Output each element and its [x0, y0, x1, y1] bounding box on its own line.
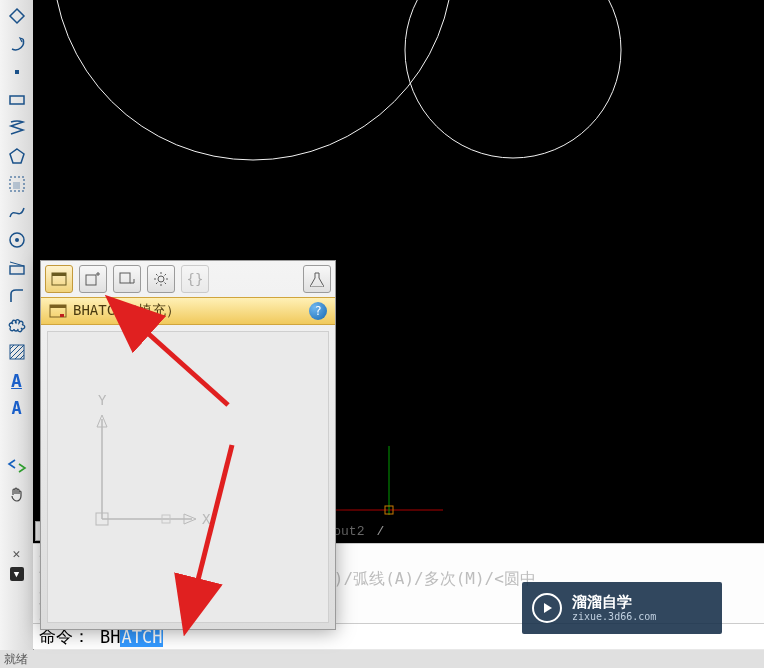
svg-rect-2: [10, 96, 24, 104]
autocomplete-item-label: BHATCH（填充）: [73, 302, 180, 320]
pentagon-tool-icon[interactable]: [5, 144, 29, 168]
watermark: 溜溜自学 zixue.3d66.com: [522, 582, 722, 634]
svg-rect-1: [15, 70, 19, 74]
axis-x-label: X: [202, 511, 211, 527]
pan-hand-icon[interactable]: [5, 482, 29, 506]
svg-marker-3: [10, 149, 24, 163]
svg-rect-22: [52, 273, 66, 276]
svg-line-35: [165, 274, 167, 276]
box-plus-icon[interactable]: [79, 265, 107, 293]
svg-rect-5: [13, 182, 20, 189]
gear-icon[interactable]: [147, 265, 175, 293]
watermark-url: zixue.3d66.com: [572, 611, 656, 623]
svg-line-34: [156, 283, 158, 285]
svg-point-17: [405, 0, 621, 158]
svg-marker-0: [10, 9, 24, 23]
popup-preview-area: Y X: [47, 331, 329, 623]
help-icon[interactable]: ?: [309, 302, 327, 320]
undo-arrows-icon[interactable]: [5, 454, 29, 478]
status-bar: 就绪: [0, 650, 764, 668]
svg-line-33: [165, 283, 167, 285]
box-l-icon[interactable]: [113, 265, 141, 293]
svg-rect-23: [86, 275, 96, 285]
polygon-tool-icon[interactable]: [5, 4, 29, 28]
text-a-icon[interactable]: A: [5, 396, 29, 420]
point-tool-icon[interactable]: [5, 60, 29, 84]
wipeout-tool-icon[interactable]: [5, 256, 29, 280]
close-panel-icon[interactable]: ✕: [10, 547, 24, 561]
panel-dropdown-icon[interactable]: ▼: [10, 567, 24, 581]
hatch-tool-icon[interactable]: [5, 340, 29, 364]
svg-line-14: [15, 350, 24, 359]
rectangle-tool-icon[interactable]: [5, 88, 29, 112]
helix-tool-icon[interactable]: [5, 116, 29, 140]
svg-point-7: [15, 238, 19, 242]
autocomplete-item-bhatch[interactable]: BHATCH（填充） ?: [41, 297, 335, 325]
status-text: 就绪: [4, 652, 28, 666]
axis-y-label: Y: [98, 392, 107, 408]
revision-cloud-icon[interactable]: [5, 312, 29, 336]
panel-controls: ✕ ▼: [0, 547, 33, 581]
dialog-icon[interactable]: [45, 265, 73, 293]
svg-line-12: [10, 345, 19, 354]
donut-tool-icon[interactable]: [5, 228, 29, 252]
svg-rect-37: [50, 305, 66, 308]
svg-line-15: [20, 355, 24, 359]
arc-tool-icon[interactable]: [5, 32, 29, 56]
svg-rect-38: [60, 314, 64, 317]
play-icon: [532, 593, 562, 623]
hatch-item-icon: [49, 304, 67, 318]
annotation-a-icon[interactable]: A: [5, 368, 29, 392]
svg-rect-8: [10, 266, 24, 274]
autocomplete-popup: {} BHATCH（填充） ? Y X: [40, 260, 336, 630]
boundary-tool-icon[interactable]: [5, 172, 29, 196]
fillet-tool-icon[interactable]: [5, 284, 29, 308]
popup-toolbar: {}: [41, 261, 335, 297]
watermark-title: 溜溜自学: [572, 594, 656, 611]
flask-icon[interactable]: [303, 265, 331, 293]
svg-line-32: [156, 274, 158, 276]
svg-rect-26: [120, 273, 130, 283]
svg-point-16: [53, 0, 453, 160]
svg-line-11: [10, 345, 14, 349]
braces-icon[interactable]: {}: [181, 265, 209, 293]
spline-tool-icon[interactable]: [5, 200, 29, 224]
svg-point-27: [158, 276, 164, 282]
